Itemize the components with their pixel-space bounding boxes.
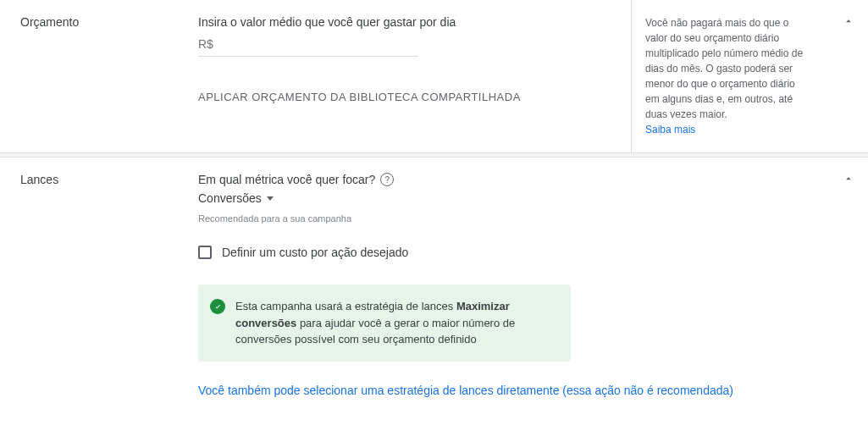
metric-question: Em qual métrica você quer focar? [198,173,375,186]
cpa-checkbox[interactable] [198,246,212,259]
info-prefix: Esta campanha usará a estratégia de lanc… [235,300,456,312]
check-circle-icon [210,299,225,314]
budget-help-panel: Você não pagará mais do que o valor do s… [631,0,826,152]
apply-library-budget-button[interactable]: APLICAR ORÇAMENTO DA BIBLIOTECA COMPARTI… [198,91,521,103]
chevron-up-icon[interactable] [843,15,854,30]
strategy-info-text: Esta campanha usará a estratégia de lanc… [235,298,556,348]
strategy-info-box: Esta campanha usará a estratégia de lanc… [198,285,571,362]
bidding-section: Lances Em qual métrica você quer focar? … [0,157,868,417]
metric-dropdown[interactable]: Conversões [198,191,826,205]
budget-body: Insira o valor médio que você quer gasta… [178,0,631,152]
budget-input[interactable] [198,34,418,57]
bidding-collapse-col [826,157,868,417]
budget-field-label: Insira o valor médio que você quer gasta… [198,15,631,29]
cpa-checkbox-row: Definir um custo por ação desejado [198,246,826,259]
budget-help-text: Você não pagará mais do que o valor do s… [645,17,803,120]
budget-collapse-col [826,0,868,152]
alt-strategy-link[interactable]: Você também pode selecionar uma estratég… [198,384,826,397]
bidding-label: Lances [0,157,178,417]
budget-section: Orçamento Insira o valor médio que você … [0,0,868,152]
budget-label: Orçamento [0,0,178,152]
metric-selected: Conversões [198,191,262,205]
budget-learn-more-link[interactable]: Saiba mais [645,124,695,135]
bidding-body: Em qual métrica você quer focar? ? Conve… [178,157,826,417]
chevron-up-icon[interactable] [843,173,854,187]
cpa-checkbox-label: Definir um custo por ação desejado [222,246,408,259]
help-icon[interactable]: ? [380,173,394,186]
metric-recommended: Recomendada para a sua campanha [198,213,826,224]
metric-question-row: Em qual métrica você quer focar? ? [198,173,826,186]
caret-down-icon [267,196,274,201]
